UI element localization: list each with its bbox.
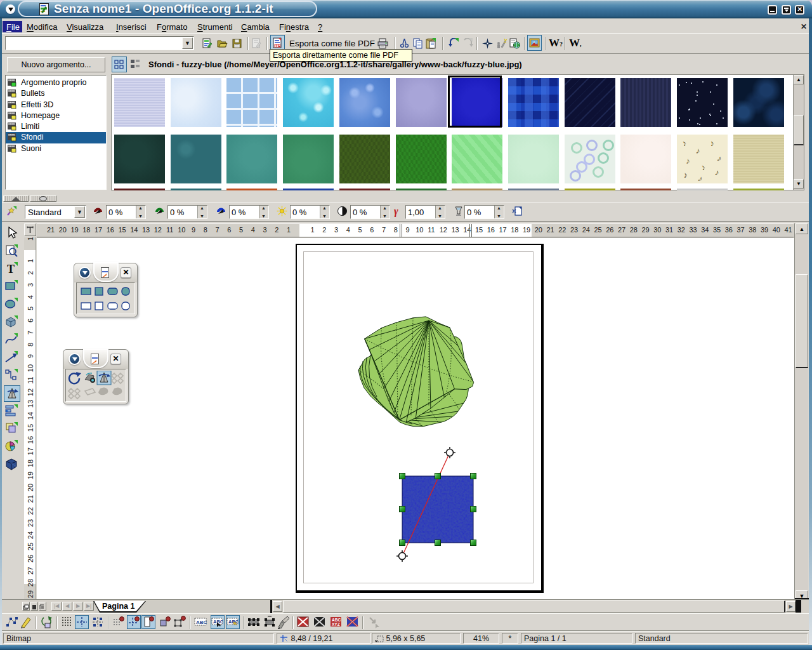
svg-text:ABC: ABC [196,620,207,625]
svg-text:T: T [7,263,15,275]
svg-text:XYZ: XYZ [332,622,340,627]
